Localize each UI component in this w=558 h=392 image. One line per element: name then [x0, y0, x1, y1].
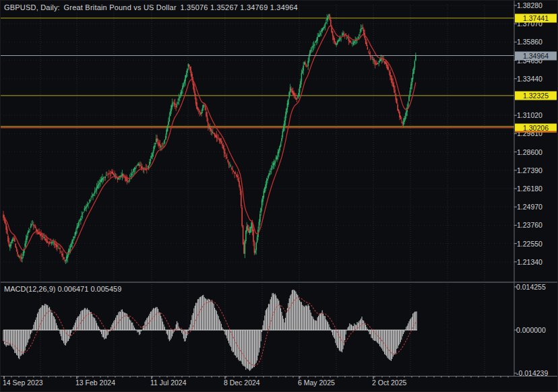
price-axis-label: 1.27390 [517, 166, 542, 174]
price-axis-label: 1.24970 [517, 203, 542, 211]
down-candle-bodies [3, 15, 402, 261]
price-axis-label: 1.31020 [517, 111, 542, 119]
macd-axis-label: 0.000000 [516, 326, 546, 334]
time-axis-label[interactable]: 11 Jul 2024 [150, 379, 187, 387]
chart-canvas[interactable] [1, 1, 558, 392]
price-badge: 1.32325 [515, 91, 557, 100]
price-badge: 1.34964 [515, 51, 557, 60]
price-axis-label: 1.28600 [517, 148, 542, 156]
price-axis-label: 1.22550 [517, 240, 542, 248]
time-axis-label[interactable]: 14 Sep 2023 [3, 379, 43, 387]
price-axis-label: 1.21340 [517, 258, 542, 266]
symbol-timeframe: GBPUSD, Daily: [4, 3, 60, 11]
ohlc-readout: 1.35076 1.35267 1.34769 1.34964 [180, 3, 297, 11]
macd-indicator-label: MACD(12,26,9) 0.006471 0.005459 [4, 285, 121, 293]
price-axis-label: 1.35860 [517, 38, 542, 46]
trading-chart-window: GBPUSD, Daily: Great Britain Pound vs US… [0, 0, 558, 392]
price-axis-label: 1.33440 [517, 75, 542, 83]
price-axis-label: 1.38280 [517, 1, 542, 9]
price-badge: 1.30206 [515, 123, 557, 132]
price-axis-label: 1.26180 [517, 185, 542, 193]
up-candle-wicks [10, 13, 416, 264]
time-axis-label[interactable]: 13 Feb 2024 [75, 379, 115, 387]
price-axis-label: 1.23760 [517, 221, 542, 229]
instrument-name: Great Britain Pound vs US Dollar [64, 3, 177, 11]
macd-axis-label: 0.014255 [516, 283, 546, 291]
time-axis-label[interactable]: 8 Dec 2024 [224, 379, 260, 387]
chart-title: GBPUSD, Daily: Great Britain Pound vs US… [4, 3, 298, 11]
price-badge: 1.37441 [515, 13, 557, 22]
time-axis-label[interactable]: 2 Oct 2025 [372, 379, 406, 387]
time-axis-label[interactable]: 6 May 2025 [298, 379, 335, 387]
up-candle-bodies [10, 15, 416, 261]
macd-axis-label: -0.014239 [516, 369, 548, 377]
